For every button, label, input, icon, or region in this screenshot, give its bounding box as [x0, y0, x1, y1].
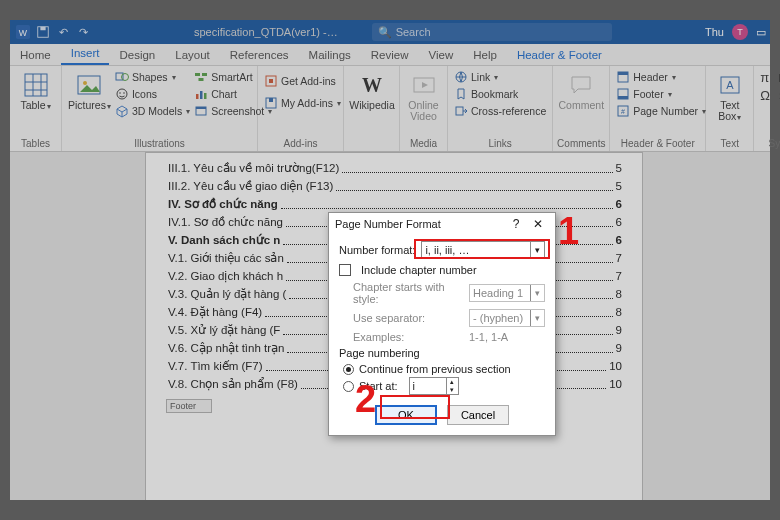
tab-home[interactable]: Home	[10, 46, 61, 65]
start-at-radio[interactable]	[343, 381, 354, 392]
svg-point-14	[119, 92, 121, 94]
chevron-down-icon: ▾	[47, 102, 51, 111]
ribbon-tabs: Home Insert Design Layout References Mai…	[10, 44, 770, 66]
annotation-1: 1	[558, 210, 579, 253]
search-box[interactable]: 🔍 Search	[372, 23, 612, 41]
tab-layout[interactable]: Layout	[165, 46, 220, 65]
table-button[interactable]: Table▾	[16, 70, 55, 112]
page-numbering-label: Page numbering	[339, 347, 545, 359]
tab-mailings[interactable]: Mailings	[299, 46, 361, 65]
redo-icon[interactable]: ↷	[74, 23, 92, 41]
toc-line: III.2. Yêu cầu về giao diện (F13)5	[168, 177, 622, 195]
svg-rect-33	[618, 96, 628, 99]
textbox-button[interactable]: A Text Box▾	[712, 70, 747, 123]
header-button[interactable]: Header▾	[616, 70, 706, 84]
svg-text:W: W	[19, 28, 28, 38]
link-button[interactable]: Link▾	[454, 70, 546, 84]
online-video-button[interactable]: Online Video	[406, 70, 441, 122]
svg-rect-29	[456, 107, 463, 115]
toc-line: IV. Sơ đồ chức năng6	[168, 195, 622, 213]
svg-rect-23	[196, 107, 206, 109]
svg-rect-17	[202, 73, 207, 76]
symbol-button[interactable]: Ω Symbol	[760, 88, 780, 103]
get-addins-button[interactable]: Get Add-ins	[264, 74, 341, 88]
tab-references[interactable]: References	[220, 46, 299, 65]
include-chapter-checkbox[interactable]	[339, 264, 351, 276]
close-button[interactable]: ✕	[527, 217, 549, 231]
equation-button[interactable]: π Equation	[760, 70, 780, 85]
svg-rect-18	[199, 78, 204, 81]
tab-review[interactable]: Review	[361, 46, 419, 65]
undo-icon[interactable]: ↶	[54, 23, 72, 41]
annotation-2: 2	[355, 378, 376, 421]
continue-radio[interactable]	[343, 364, 354, 375]
svg-text:A: A	[726, 79, 734, 91]
dialog-title: Page Number Format	[335, 218, 505, 230]
svg-text:#: #	[621, 108, 625, 115]
word-app-icon: W	[14, 23, 32, 41]
tab-view[interactable]: View	[419, 46, 464, 65]
search-icon: 🔍	[378, 26, 392, 39]
pictures-button[interactable]: Pictures▾	[68, 70, 111, 112]
number-format-combo[interactable]: i, ii, iii, … ▾	[421, 241, 545, 259]
icons-button[interactable]: Icons	[115, 87, 190, 101]
tab-insert[interactable]: Insert	[61, 44, 110, 65]
svg-point-10	[83, 81, 87, 85]
svg-rect-3	[40, 27, 45, 31]
avatar[interactable]: T	[732, 24, 748, 40]
user-name: Thu	[705, 26, 724, 38]
chevron-down-icon: ▾	[530, 242, 544, 258]
footer-tag: Footer	[166, 399, 212, 413]
include-chapter-label: Include chapter number	[361, 264, 477, 276]
number-format-label: Number format:	[339, 244, 415, 256]
my-addins-button[interactable]: My Add-ins▾	[264, 96, 341, 110]
tab-design[interactable]: Design	[109, 46, 165, 65]
ok-button[interactable]: OK	[375, 405, 437, 425]
cancel-button[interactable]: Cancel	[447, 405, 509, 425]
document-title: specification_QTDA(ver1) -…	[194, 26, 338, 38]
save-icon[interactable]	[34, 23, 52, 41]
svg-rect-16	[195, 73, 200, 76]
wikipedia-button[interactable]: W Wikipedia	[350, 70, 394, 111]
shapes-button[interactable]: Shapes▾	[115, 70, 190, 84]
3d-models-button[interactable]: 3D Models▾	[115, 104, 190, 118]
footer-button[interactable]: Footer▾	[616, 87, 706, 101]
spin-up-icon: ▴	[447, 378, 458, 386]
help-button[interactable]: ?	[505, 217, 527, 231]
ribbon-opts-icon[interactable]: ▭	[756, 26, 766, 39]
svg-rect-21	[204, 93, 207, 99]
ribbon: Table▾ Tables Pictures▾ Shapes▾ Icons 3D…	[10, 66, 770, 152]
svg-rect-19	[196, 94, 199, 99]
search-placeholder: Search	[396, 26, 431, 38]
crossref-button[interactable]: Cross-reference	[454, 104, 546, 118]
spin-down-icon: ▾	[447, 386, 458, 394]
bookmark-button[interactable]: Bookmark	[454, 87, 546, 101]
comment-button[interactable]: Comment	[559, 70, 603, 111]
toc-line: III.1. Yêu cầu về môi trường(F12)5	[168, 159, 622, 177]
svg-rect-31	[618, 72, 628, 75]
svg-rect-20	[200, 91, 203, 99]
separator-combo: - (hyphen)▾	[469, 309, 545, 327]
chapter-style-combo: Heading 1▾	[469, 284, 545, 302]
svg-point-15	[123, 92, 125, 94]
tab-help[interactable]: Help	[463, 46, 507, 65]
svg-rect-25	[269, 79, 273, 83]
start-at-spinner[interactable]: i ▴▾	[409, 377, 459, 395]
title-bar: W ↶ ↷ specification_QTDA(ver1) -… 🔍 Sear…	[10, 20, 770, 44]
svg-rect-4	[25, 74, 47, 96]
tab-header-footer[interactable]: Header & Footer	[507, 46, 612, 65]
page-number-button[interactable]: #Page Number▾	[616, 104, 706, 118]
